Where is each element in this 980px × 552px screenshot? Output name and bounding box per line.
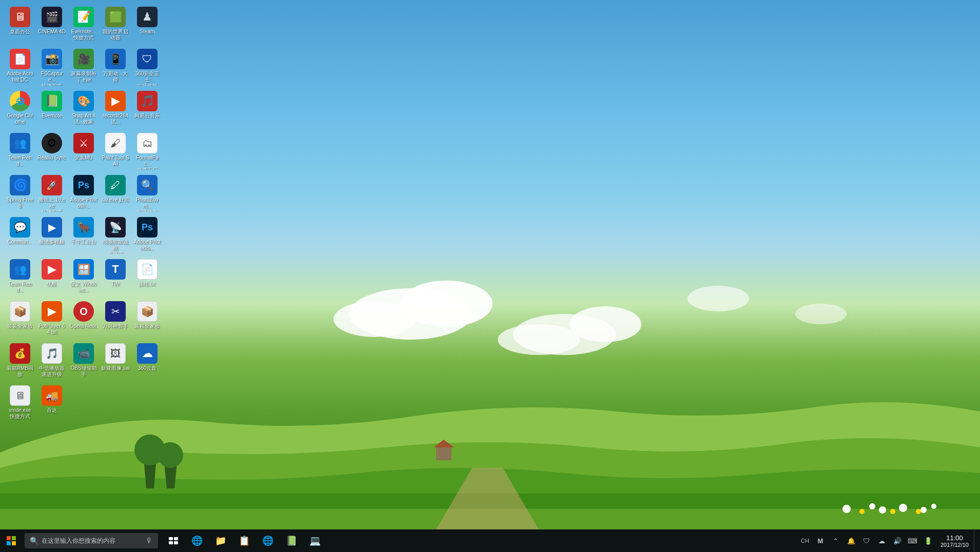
icon-screenrec[interactable]: 🎥 屏幕录制补丁.exe [68, 47, 99, 88]
icon-desktop[interactable]: 🖥 桌面办公 [5, 5, 35, 46]
icon-painttool[interactable]: 🖌 Paint Tool SAI [100, 131, 131, 172]
icon-acrobat[interactable]: 📄 Adobe Acrobat DC [5, 47, 35, 88]
icon-steam[interactable]: ♟ Steam [132, 5, 163, 46]
tray-360[interactable]: 🛡 [859, 529, 874, 552]
taskbar-right: CH M ⌃ 🔔 🛡 ☁ 🔊 ⌨ 🔋 11:00 2017/12/10 [798, 529, 980, 552]
icon-anmu[interactable]: ⚔ 安装MU [68, 131, 99, 172]
icon-potplayer[interactable]: ▶ PotPlayer 64 bit [36, 299, 67, 340]
taskbar: 🔍 在这里输入你想搜索的内容 🎙 🌐 📁 📋 🌐 📗 [0, 529, 980, 552]
icon-photoshop1[interactable]: Ps Adobe Photosh... [68, 173, 99, 214]
svg-rect-29 [174, 541, 178, 544]
icon-youku-video[interactable]: ▶ 极清多视频 [36, 215, 67, 256]
icon-chrome[interactable]: 🌐 Google Chrome [5, 89, 35, 130]
icon-formatpac[interactable]: 🗂 FormatPac...格式工厂 [132, 131, 163, 172]
svg-rect-25 [12, 541, 16, 545]
icon-youku2[interactable]: ▶ 优酷 [36, 257, 67, 298]
icon-snapart[interactable]: 🎨 Snap Art 4试...效果 [68, 89, 99, 130]
icon-reallio[interactable]: ⚙ Reallio Sync [36, 131, 67, 172]
icon-recordit[interactable]: ▶ recordit264试... [100, 89, 131, 130]
svg-rect-26 [169, 537, 173, 540]
svg-rect-22 [7, 536, 11, 540]
tray-volume[interactable]: 🔊 [890, 529, 905, 552]
icon-sai-file[interactable]: 🖼 新建图像.sai [100, 341, 131, 382]
search-placeholder: 在这里输入你想搜索的内容 [42, 537, 115, 545]
icon-fscapture[interactable]: 📸 FSCapture...快捷方式 [36, 47, 67, 88]
icon-wandong[interactable]: 📱 万彩动...大师 [100, 47, 131, 88]
svg-rect-24 [7, 541, 11, 545]
icon-windows[interactable]: 🪟 促文 Windows... [68, 257, 99, 298]
clock-area[interactable]: 11:00 2017/12/10 [936, 529, 973, 552]
tray-expand[interactable]: ⌃ [829, 529, 843, 552]
icon-baida[interactable]: 🚚 百达 [36, 383, 67, 424]
icon-obs[interactable]: 📹 OBS绿缩助手 [68, 341, 99, 382]
icon-rmb[interactable]: 💰 装箱RMB回放 [5, 341, 35, 382]
taskbar-chrome[interactable]: 🌐 [257, 529, 279, 552]
icon-teamrend2[interactable]: 👥 Team Rend... [5, 257, 35, 298]
tray-ch[interactable]: CH [798, 529, 812, 552]
taskbar-globe[interactable]: 🌐 [186, 529, 208, 552]
taskbar-center: 🌐 📁 📋 🌐 📗 💻 [162, 529, 326, 552]
icon-yinyue[interactable]: 🎵 中信播放器速进升级 [36, 341, 67, 382]
icon-photozoom[interactable]: 🔍 PhotoZoom...超级放大 [132, 173, 163, 214]
icon-zhuangjia2[interactable]: 📦 装箱全家妆 [132, 299, 163, 340]
icon-minecraft[interactable]: 🟩 我的世界启动器 [100, 5, 131, 46]
tray-cloud[interactable]: ☁ [875, 529, 889, 552]
icon-tim[interactable]: T TIM [100, 257, 131, 298]
icon-360yun[interactable]: ☁ 360云盘 [132, 341, 163, 382]
search-bar[interactable]: 🔍 在这里输入你想搜索的内容 🎙 [25, 533, 158, 548]
tray-keyboard[interactable]: ⌨ [906, 529, 920, 552]
icon-zhuangbao[interactable]: 📦 装装全家妆 [5, 299, 35, 340]
svg-rect-23 [12, 536, 16, 540]
icon-cinema4d[interactable]: 🎬 CINEMA 4D [36, 5, 67, 46]
tray-battery[interactable]: 🔋 [921, 529, 935, 552]
icon-evernote[interactable]: 📗 Evernote [36, 89, 67, 130]
taskbar-app1[interactable]: 📋 [233, 529, 256, 552]
icon-netease[interactable]: 🎵 网易云音乐 [132, 89, 163, 130]
svg-rect-27 [174, 537, 178, 540]
icon-teamrend1[interactable]: 👥 Team Rend... [5, 131, 35, 172]
icon-sai-exe[interactable]: 🖊 sai.exe 好用 [100, 173, 131, 214]
icon-springfree[interactable]: 🌀 Spring Free 8 [5, 173, 35, 214]
icon-obs-live[interactable]: 📡 哦哦你加油推直播器 [100, 215, 131, 256]
icon-photoshop2[interactable]: Ps Adobe Photodis... [132, 215, 163, 256]
desktop-icons-container: 🖥 桌面办公 🎬 CINEMA 4D 📝 Evernote...快捷方式 🟩 我… [3, 3, 162, 526]
taskbar-evernote[interactable]: 📗 [280, 529, 303, 552]
icon-command[interactable]: 💬 Commun... [5, 215, 35, 256]
icon-360safe[interactable]: 🛡 360安全卫士非插件版 [132, 47, 163, 88]
svg-rect-28 [169, 541, 173, 544]
clock-date: 2017/12/10 [940, 542, 969, 548]
taskbar-git[interactable]: 💻 [304, 529, 326, 552]
icon-txt[interactable]: 📄 连结.txt [132, 257, 163, 298]
taskbar-explorer[interactable]: 📁 [209, 529, 232, 552]
show-desktop-button[interactable] [974, 529, 978, 552]
task-view-button[interactable] [162, 529, 185, 552]
mic-icon[interactable]: 🎙 [146, 537, 153, 545]
tray-m[interactable]: M [813, 529, 828, 552]
icon-move[interactable]: 🚀 搬动上.19.exe快捷方式 [36, 173, 67, 214]
icon-opera[interactable]: O Opera Neon [68, 299, 99, 340]
clock-time: 11:00 [946, 534, 963, 542]
icon-vmde[interactable]: 🖥 vmde.exe快捷方式 [5, 383, 35, 424]
start-button[interactable] [0, 529, 23, 552]
icon-qianniu[interactable]: 🐂 千牛工台台 [68, 215, 99, 256]
tray-network[interactable]: 🔔 [844, 529, 858, 552]
icon-evernote-shortcut[interactable]: 📝 Evernote...快捷方式 [68, 5, 99, 46]
search-icon: 🔍 [30, 537, 38, 545]
icon-wanxin[interactable]: ✂ 万兴神剪手 [100, 299, 131, 340]
